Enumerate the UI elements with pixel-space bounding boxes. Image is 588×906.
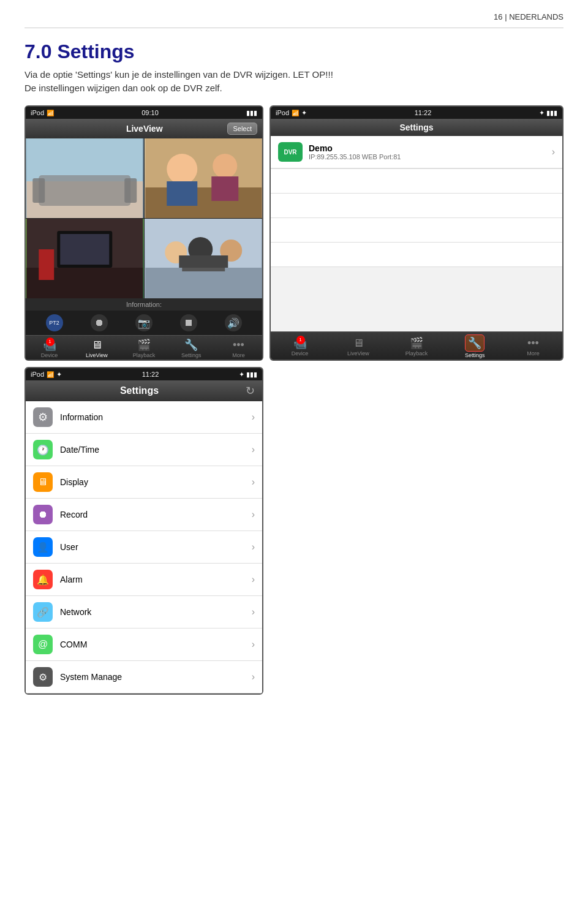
tab-device-right[interactable]: 📹 1 Device: [271, 337, 329, 357]
bluetooth-icon: ✦: [539, 109, 545, 117]
settings-nav-title: Settings: [276, 123, 557, 132]
svg-rect-15: [39, 249, 54, 280]
settings-list-status-bar: iPod 📶 ✦ 11:22 ✦ ▮▮▮: [26, 368, 262, 380]
liveview-tab-icon: 🖥: [91, 339, 102, 352]
camera-cell-4: [145, 219, 263, 298]
datetime-label: Date/Time: [60, 445, 252, 455]
tab-settings-label: Settings: [181, 352, 202, 358]
datetime-arrow: ›: [252, 444, 255, 455]
stop-icon[interactable]: ⏹: [180, 314, 197, 331]
empty-space: [271, 267, 562, 331]
settings-item-user[interactable]: 👤 User ›: [26, 531, 262, 564]
display-arrow: ›: [252, 477, 255, 488]
settings-phone: iPod 📶 ✦ 11:22 ✦ ▮▮▮ Settings DVR Demo I…: [270, 105, 564, 361]
record-icon[interactable]: ⏺: [91, 314, 108, 331]
comm-arrow: ›: [252, 639, 255, 650]
settings-tab-icon-right: 🔧: [465, 334, 484, 352]
playback-tab-icon-right: 🎬: [410, 336, 423, 350]
demo-info: Demo IP:89.255.35.108 WEB Port:81: [309, 143, 552, 160]
select-button[interactable]: Select: [227, 123, 257, 135]
controls-bar[interactable]: PT2 ⏺ 📷 ⏹ 🔊: [26, 311, 262, 335]
settings-status-right: ✦ ▮▮▮: [539, 109, 557, 117]
record-icon-item: ⏺: [33, 505, 53, 524]
tab-liveview[interactable]: 🖥 LiveView: [73, 339, 120, 358]
top-screenshots-row: iPod 📶 09:10 ▮▮▮ LiveView Select: [24, 105, 564, 361]
device-badge: 1: [46, 338, 55, 346]
tab-more-right[interactable]: ••• More: [504, 337, 562, 357]
information-label: Information: [60, 412, 252, 422]
svg-rect-2: [39, 175, 130, 206]
settings-battery-icon: ▮▮▮: [546, 109, 557, 117]
settings-items-list: ⚙ Information › 🕐 Date/Time › 🖥 Display …: [26, 401, 262, 693]
display-label: Display: [60, 477, 252, 487]
playback-tab-icon: 🎬: [137, 338, 151, 352]
page-number: 16 | NEDERLANDS: [494, 12, 564, 21]
tab-settings[interactable]: 🔧 Settings: [168, 338, 215, 358]
tab-more-label: More: [232, 352, 245, 358]
svg-point-9: [213, 154, 237, 178]
status-bar-left: iPod 📶: [31, 109, 54, 116]
snapshot-icon[interactable]: 📷: [135, 314, 153, 331]
slist-spin-icon: ✦: [56, 371, 62, 379]
empty-row-1: [271, 169, 562, 194]
alarm-label: Alarm: [60, 575, 252, 584]
ipod-label: iPod: [31, 109, 44, 116]
svg-point-7: [167, 154, 197, 184]
settings-item-datetime[interactable]: 🕐 Date/Time ›: [26, 434, 262, 466]
record-arrow: ›: [252, 509, 255, 520]
cam-img-1: [26, 138, 144, 218]
more-tab-icon: •••: [233, 339, 244, 352]
camera-cell-2: [145, 138, 263, 218]
settings-status-bar: iPod 📶 ✦ 11:22 ✦ ▮▮▮: [271, 107, 562, 119]
tab-playback-label-right: Playback: [405, 350, 428, 357]
cam-img-4: [145, 219, 263, 298]
network-arrow: ›: [252, 606, 255, 617]
slist-time: 11:22: [142, 371, 159, 378]
settings-item-network[interactable]: 🔗 Network ›: [26, 596, 262, 629]
svg-rect-17: [145, 268, 262, 298]
comm-icon: @: [33, 635, 53, 654]
tab-liveview-right[interactable]: 🖥 LiveView: [329, 337, 387, 357]
settings-ipod-label: iPod: [276, 109, 289, 116]
empty-row-2: [271, 194, 562, 218]
audio-icon[interactable]: 🔊: [225, 314, 242, 331]
tab-device-label: Device: [41, 352, 58, 358]
settings-item-system[interactable]: ⚙ System Manage ›: [26, 661, 262, 693]
tab-settings-right[interactable]: 🔧 Settings: [446, 334, 504, 358]
demo-name: Demo: [309, 143, 552, 153]
alarm-icon: 🔔: [33, 570, 53, 589]
settings-item-record[interactable]: ⏺ Record ›: [26, 499, 262, 531]
information-arrow: ›: [252, 412, 255, 423]
tab-playback-label: Playback: [133, 352, 156, 358]
system-icon: ⚙: [33, 667, 53, 687]
slist-wifi-icon: 📶: [47, 371, 54, 378]
svg-rect-3: [32, 178, 45, 203]
settings-list-nav-bar: Settings ↻: [26, 380, 262, 401]
user-arrow: ›: [252, 542, 255, 553]
svg-rect-4: [124, 178, 137, 203]
tab-more[interactable]: ••• More: [215, 339, 262, 358]
settings-item-comm[interactable]: @ COMM ›: [26, 629, 262, 661]
settings-item-alarm[interactable]: 🔔 Alarm ›: [26, 564, 262, 596]
settings-item-information[interactable]: ⚙ Information ›: [26, 401, 262, 434]
network-icon: 🔗: [33, 602, 53, 622]
refresh-button[interactable]: ↻: [246, 384, 255, 398]
settings-item-display[interactable]: 🖥 Display ›: [26, 466, 262, 499]
settings-tab-icon: 🔧: [184, 338, 198, 352]
svg-rect-6: [145, 187, 262, 218]
tab-playback-right[interactable]: 🎬 Playback: [387, 336, 445, 357]
liveview-tab-bar: 📹 1 Device 🖥 LiveView 🎬 Playback 🔧 Setti…: [26, 335, 262, 360]
settings-wifi-icon: 📶: [292, 110, 299, 116]
svg-rect-10: [211, 176, 238, 201]
alarm-arrow: ›: [252, 574, 255, 585]
ptz-icon[interactable]: PT2: [46, 314, 63, 331]
demo-item[interactable]: DVR Demo IP:89.255.35.108 WEB Port:81 ›: [271, 136, 562, 168]
tab-playback[interactable]: 🎬 Playback: [120, 338, 167, 358]
settings-time: 11:22: [415, 109, 432, 116]
demo-arrow: ›: [552, 146, 555, 157]
user-icon: 👤: [33, 537, 53, 557]
system-arrow: ›: [252, 671, 255, 682]
tab-device[interactable]: 📹 1 Device: [26, 339, 73, 358]
bottom-screenshots-row: iPod 📶 ✦ 11:22 ✦ ▮▮▮ Settings ↻ ⚙ Inform…: [24, 367, 564, 695]
liveview-phone: iPod 📶 09:10 ▮▮▮ LiveView Select: [24, 105, 263, 361]
